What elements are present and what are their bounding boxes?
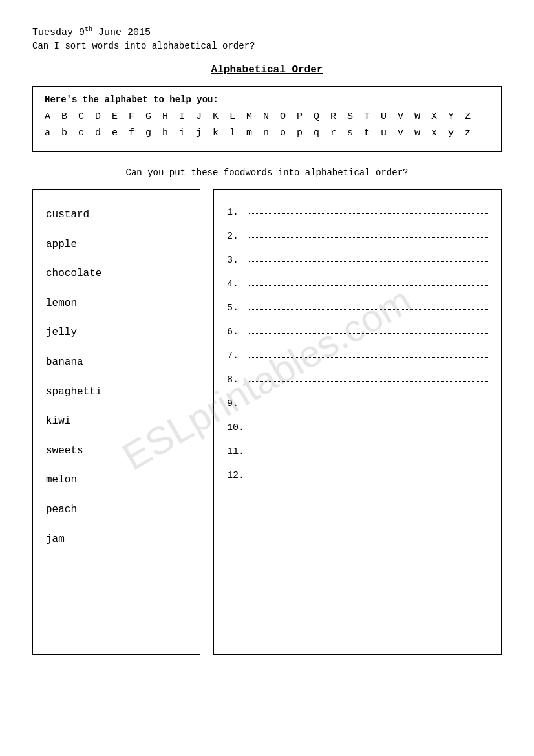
word-item: sweets [46,437,187,466]
answer-dotted-line [249,429,488,429]
answer-line: 10. [227,416,488,440]
lowercase-alphabet: a b c d e f g h i j k l m n o p q r s t … [45,127,489,138]
date-prefix: Tuesday 9 [32,27,85,38]
word-item: jelly [46,318,187,348]
word-item: custard [46,200,187,230]
answer-number: 1. [227,207,245,218]
main-content: custardapplechocolatelemonjellybananaspa… [32,189,502,655]
answer-number: 3. [227,255,245,266]
main-title: Alphabetical Order [32,64,502,76]
word-item: melon [46,466,187,495]
word-item: spaghetti [46,378,187,407]
answer-dotted-line [249,309,488,310]
alphabet-box: Here's the alphabet to help you: A B C D… [32,86,502,152]
date-line: Tuesday 9th June 2015 [32,26,502,38]
answer-number: 5. [227,303,245,314]
word-item: kiwi [46,407,187,437]
word-item: lemon [46,289,187,319]
answer-number: 10. [227,422,245,433]
answer-number: 2. [227,231,245,242]
instruction-text: Can you put these foodwords into alphabe… [32,167,502,178]
answer-line: 12. [227,464,488,488]
answer-dotted-line [249,381,488,382]
answer-line: 4. [227,272,488,296]
answer-dotted-line [249,405,488,405]
answer-number: 4. [227,279,245,290]
word-item: chocolate [46,259,187,289]
answer-dotted-line [249,453,488,453]
answer-line: 2. [227,224,488,248]
uppercase-alphabet: A B C D E F G H I J K L M N O P Q R S T … [45,111,489,122]
word-item: apple [46,230,187,260]
answer-line: 1. [227,200,488,224]
alphabet-box-label: Here's the alphabet to help you: [45,94,489,105]
answer-number: 11. [227,446,245,457]
words-box: custardapplechocolatelemonjellybananaspa… [32,189,200,655]
word-item: jam [46,525,187,555]
subtitle: Can I sort words into alphabetical order… [32,41,502,51]
answer-number: 7. [227,351,245,362]
answer-dotted-line [249,285,488,286]
answer-line: 6. [227,320,488,344]
answer-number: 6. [227,327,245,338]
answer-dotted-line [249,477,488,477]
word-item: banana [46,348,187,378]
answer-number: 9. [227,398,245,409]
answer-dotted-line [249,237,488,238]
date-superscript: th [85,26,92,33]
date-suffix: June 2015 [92,27,151,38]
answer-line: 3. [227,248,488,272]
answer-line: 11. [227,440,488,464]
answer-dotted-line [249,261,488,262]
word-item: peach [46,495,187,525]
answer-dotted-line [249,357,488,358]
answer-line: 8. [227,368,488,392]
answer-dotted-line [249,213,488,214]
answer-line: 9. [227,392,488,416]
answer-number: 8. [227,374,245,385]
answer-number: 12. [227,470,245,481]
answer-box: 1.2.3.4.5.6.7.8.9.10.11.12. [213,189,502,655]
answer-line: 5. [227,296,488,320]
answer-dotted-line [249,333,488,334]
answer-line: 7. [227,344,488,368]
